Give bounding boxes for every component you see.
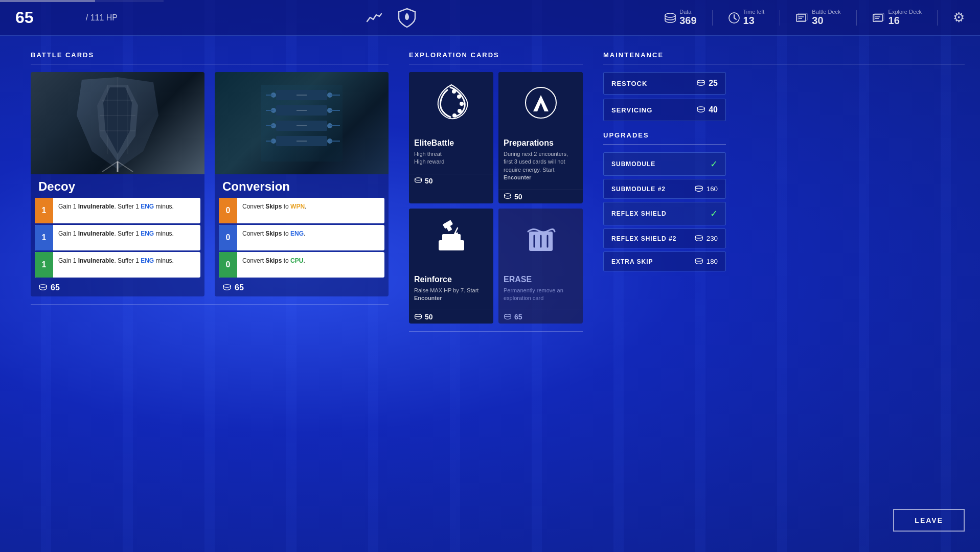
svg-point-52 <box>457 95 461 99</box>
erase-name: ERASE <box>504 275 578 284</box>
conv-text-2: Convert Skips to ENG. <box>237 225 310 250</box>
settings-button[interactable]: ⚙ <box>953 10 965 26</box>
reflex-shield-label: REFLEX SHIELD <box>611 210 667 217</box>
submodule-label: SUBMODULE <box>611 160 655 168</box>
svg-point-51 <box>452 89 456 94</box>
conv-badge-3: 0 <box>219 252 237 278</box>
svg-point-69 <box>697 80 704 83</box>
ability-badge-2: 1 <box>35 225 53 250</box>
erase-cost-value: 65 <box>514 313 522 321</box>
data-icon <box>664 13 676 23</box>
clock-icon <box>728 12 740 24</box>
reflex-shield2-right: 230 <box>694 235 718 242</box>
shield-icon[interactable] <box>398 8 416 28</box>
hp-max-display: / 111 HP <box>86 13 118 22</box>
conv-badge-1: 0 <box>219 198 237 223</box>
data-label: Data <box>679 9 696 15</box>
exploration-cards-title: EXPLORATION CARDS <box>409 51 583 64</box>
ability-badge-1: 1 <box>35 198 53 223</box>
stat-data: Data 369 <box>664 9 696 27</box>
conv-badge-2: 0 <box>219 225 237 250</box>
battle-deck-icon <box>795 12 809 24</box>
decoy-art <box>31 72 204 174</box>
explore-deck-icon <box>872 12 885 24</box>
header: 65 / 111 HP Data 369 <box>0 0 980 36</box>
reinforce-art <box>409 209 493 270</box>
exploration-grid: EliteBattle High threatHigh reward 50 <box>409 72 583 324</box>
conversion-ability-3: 0 Convert Skips to CPU. <box>219 252 384 278</box>
preparations-body: Preparations During next 2 encounters, f… <box>498 133 583 190</box>
extra-skip-label: EXTRA SKIP <box>611 258 653 265</box>
restock-button[interactable]: RESTOCK 25 <box>603 72 726 95</box>
conversion-ability-1: 0 Convert Skips to WPN. <box>219 198 384 223</box>
extra-skip-cost: 180 <box>706 258 718 265</box>
reflex-shield2-label: REFLEX SHIELD #2 <box>611 235 676 242</box>
preparations-name: Preparations <box>504 139 578 148</box>
coin-icon <box>38 284 48 291</box>
battle-cards-title: BATTLE CARDS <box>31 51 389 64</box>
ability-text-1: Gain 1 Invulnerable. Suffer 1 ENG minus. <box>53 198 179 223</box>
reinforce-cost: 50 <box>409 310 493 324</box>
header-hp: 65 / 111 HP <box>15 8 118 27</box>
upgrade-submodule2[interactable]: SUBMODULE #2 160 <box>603 179 726 199</box>
battle-card-decoy[interactable]: Decoy 1 Gain 1 Invulnerable. Suffer 1 EN… <box>31 72 204 296</box>
header-center <box>118 8 664 28</box>
svg-point-70 <box>697 107 704 109</box>
main-content: BATTLE CARDS <box>0 36 980 552</box>
elite-battle-art <box>409 72 493 133</box>
stat-time: Time left 13 <box>728 9 765 27</box>
reinforce-name: Reinforce <box>414 275 488 284</box>
reinforce-desc: Raise MAX HP by 7. Start Encounter <box>414 287 488 303</box>
data-value: 369 <box>679 15 696 27</box>
header-stats: Data 369 Time left 13 <box>664 9 965 27</box>
upgrade-extra-skip[interactable]: EXTRA SKIP 180 <box>603 251 726 271</box>
battle-card-conversion[interactable]: Conversion 0 Convert Skips to WPN. 0 Con… <box>215 72 389 296</box>
explore-card-preparations[interactable]: Preparations During next 2 encounters, f… <box>498 72 583 203</box>
battle-cards-grid: Decoy 1 Gain 1 Invulnerable. Suffer 1 EN… <box>31 72 389 296</box>
coin-icon-servicing <box>696 106 705 113</box>
maintenance-title: MAINTENANCE <box>603 51 965 64</box>
coin-icon-prep <box>504 193 512 200</box>
erase-desc: Permanently remove an exploration card <box>504 287 578 303</box>
submodule-check: ✓ <box>710 158 718 170</box>
preparations-desc: During next 2 encounters, first 3 used c… <box>504 150 578 182</box>
submodule2-label: SUBMODULE #2 <box>611 186 666 193</box>
battle-deck-label: Battle Deck <box>812 9 840 15</box>
graph-icon[interactable] <box>366 12 382 24</box>
svg-point-63 <box>415 314 422 317</box>
extra-skip-right: 180 <box>694 258 718 265</box>
upgrade-submodule[interactable]: SUBMODULE ✓ <box>603 152 726 176</box>
conversion-art <box>215 72 389 174</box>
explore-card-elite-battle[interactable]: EliteBattle High threatHigh reward 50 <box>409 72 493 203</box>
conversion-cost-value: 65 <box>235 283 244 292</box>
elite-battle-name: EliteBattle <box>414 139 488 148</box>
coin-icon-restock <box>696 80 705 87</box>
upgrade-reflex-shield2[interactable]: REFLEX SHIELD #2 230 <box>603 228 726 248</box>
hp-current: 65 <box>15 8 34 27</box>
decoy-ability-1: 1 Gain 1 Invulnerable. Suffer 1 ENG minu… <box>35 198 200 223</box>
conv-text-1: Convert Skips to WPN. <box>237 198 311 223</box>
explore-card-reinforce[interactable]: Reinforce Raise MAX HP by 7. Start Encou… <box>409 209 493 324</box>
decoy-ability-3: 1 Gain 1 Invulnerable. Suffer 1 ENG minu… <box>35 252 200 278</box>
stat-explore-deck: Explore Deck 16 <box>872 9 922 27</box>
time-label: Time left <box>743 9 765 15</box>
submodule2-cost: 160 <box>706 185 718 193</box>
upgrade-reflex-shield[interactable]: REFLEX SHIELD ✓ <box>603 202 726 225</box>
decoy-ability-2: 1 Gain 1 Invulnerable. Suffer 1 ENG minu… <box>35 225 200 250</box>
svg-point-54 <box>458 109 462 113</box>
decoy-card-name: Decoy <box>31 174 204 196</box>
erase-cost: 65 <box>498 310 583 324</box>
svg-point-24 <box>39 285 47 287</box>
conv-text-3: Convert Skips to CPU. <box>237 252 310 278</box>
erase-body: ERASE Permanently remove an exploration … <box>498 270 583 310</box>
submodule2-right: 160 <box>694 185 718 193</box>
coin-icon-elite <box>414 177 422 184</box>
svg-point-50 <box>223 285 231 287</box>
conversion-ability-2: 0 Convert Skips to ENG. <box>219 225 384 250</box>
servicing-button[interactable]: SERVICING 40 <box>603 99 726 121</box>
elite-battle-body: EliteBattle High threatHigh reward <box>409 133 493 174</box>
servicing-label: SERVICING <box>611 106 652 114</box>
svg-point-58 <box>505 194 511 196</box>
maintenance-section: MAINTENANCE RESTOCK 25 SERVICING 40 U <box>603 51 965 542</box>
explore-card-erase[interactable]: ERASE Permanently remove an exploration … <box>498 209 583 324</box>
